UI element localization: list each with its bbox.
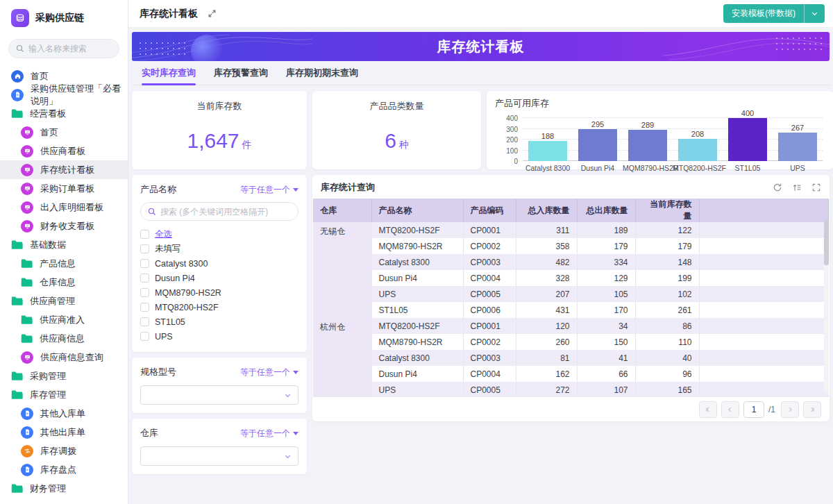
first-page-button[interactable] [699,401,717,418]
filter-panel: 产品名称 等于任意一个 全选未填写Catalyst 8300Dusun Pi4M… [132,175,307,474]
sidebar-item-label: 首页 [40,126,58,139]
filter-option[interactable]: Dusun Pi4 [140,271,298,285]
checkbox[interactable] [140,259,149,268]
sidebar-item[interactable]: 采购管理 [0,367,128,385]
sidebar-item[interactable]: 供应商信息 [0,329,128,348]
y-axis-tick: 0 [514,158,518,165]
sidebar-item[interactable]: 出入库明细看板 [0,198,128,217]
sidebar-item[interactable]: 采购供应链管理「必看说明」 [0,85,128,104]
checkbox[interactable] [140,230,149,239]
table-cell: CP0005 [463,286,516,302]
sidebar-search-input[interactable] [28,44,119,53]
table-scroll-area[interactable]: 仓库产品名称产品编码总入库数量总出库数量当前库存数量无锡仓MTQ8200-HS2… [313,199,829,396]
filter-operator-dropdown[interactable]: 等于任意一个 [240,428,298,439]
table-cell: MTQ8200-HS2F [371,222,463,238]
bar[interactable] [578,129,617,161]
filter-option[interactable]: 未填写 [140,242,298,256]
last-page-button[interactable] [803,401,821,418]
filter-operator-dropdown[interactable]: 等于任意一个 [240,184,298,196]
table-row[interactable]: Catalyst 8300CP0003814140 [313,350,829,366]
sidebar-item[interactable]: 库存统计看板 [0,160,128,179]
sidebar-item[interactable]: 库存管理 [0,385,128,404]
table-row[interactable]: UPSCP0005272107165 [313,382,829,396]
page-total: /1 [768,405,775,414]
spec-model-select[interactable] [140,385,298,405]
table-cell-empty [699,254,829,270]
install-template-button[interactable]: 安装模板(带数据) [723,4,825,23]
app-logo: 采购供应链 [0,0,128,35]
checkbox[interactable] [140,317,149,326]
table-cell: 122 [635,222,699,238]
filter-search[interactable] [140,202,298,221]
sidebar-item[interactable]: 其他出库单 [0,423,128,442]
filter-option[interactable]: ST1L05 [140,314,298,329]
sidebar-item[interactable]: 产品信息 [0,254,128,273]
table-row[interactable]: MQM8790-HS2RCP0002260150110 [313,334,829,350]
sidebar-item[interactable]: 采购订单看板 [0,179,128,198]
sidebar-item[interactable]: 供应商准入 [0,310,128,329]
chevron-down-icon[interactable] [805,10,825,17]
folder-icon [11,389,23,401]
filter-option[interactable]: UPS [140,329,298,344]
warehouse-select[interactable] [140,446,298,466]
table-row[interactable]: Dusun Pi4CP0004328129199 [313,270,829,286]
table-row[interactable]: 无锡仓MTQ8200-HS2FCP0001311189122 [313,222,829,238]
filter-option[interactable]: MTQ8200-HS2F [140,300,298,314]
table-row[interactable]: MQM8790-HS2RCP0002358179179 [313,238,829,254]
filter-option[interactable]: Catalyst 8300 [140,256,298,271]
dashboard-icon [21,126,33,139]
table-row[interactable]: ST1L05CP0006431170261 [313,302,829,318]
table-row[interactable]: 杭州仓MTQ8200-HS2FCP00011203486 [313,318,829,334]
sidebar-search[interactable] [8,39,119,58]
sidebar-item[interactable]: 供应商看板 [0,142,128,160]
sidebar-item[interactable]: 基础数据 [0,235,128,254]
table-scrollbar-thumb[interactable] [824,219,829,265]
filter-option-label: ST1L05 [155,317,185,327]
filter-option[interactable]: 全选 [140,227,298,242]
table-row[interactable]: UPSCP0005207105102 [313,286,829,302]
table-cell: 162 [516,366,577,382]
tab-item[interactable]: 库存期初期末查询 [286,61,358,85]
column-settings-icon[interactable] [792,183,802,192]
table-row[interactable]: Dusun Pi4CP00041626696 [313,366,829,382]
bar[interactable] [778,133,817,161]
sidebar-item[interactable]: 供应商管理 [0,292,128,310]
table-scrollbar[interactable] [824,219,829,393]
bar[interactable] [678,139,717,161]
table-cell: CP0001 [463,222,516,238]
checkbox[interactable] [140,288,149,297]
next-page-button[interactable] [781,401,799,418]
sidebar-item[interactable]: 仓库信息 [0,273,128,292]
sidebar-item[interactable]: 财务管理 [0,479,128,498]
page-number-input[interactable] [743,401,764,418]
sidebar-item[interactable]: 供应商信息查询 [0,348,128,367]
filter-option-label: MTQ8200-HS2F [155,303,219,312]
sidebar-item[interactable]: 库存调拨 [0,442,128,460]
checkbox[interactable] [140,274,149,283]
tab-item[interactable]: 实时库存查询 [142,61,196,85]
checkbox[interactable] [140,244,149,253]
filter-search-input[interactable] [160,207,278,217]
filter-operator-dropdown[interactable]: 等于任意一个 [240,367,298,378]
stat-cards-row: 当前库存数 1,647件 产品品类数量 6种 产品可用库存 0100200300… [132,91,830,169]
sidebar-item-label: 其他出库单 [40,426,85,439]
bar[interactable] [728,118,767,161]
x-axis-label: Catalyst 8300 [523,164,573,172]
bar[interactable] [528,141,567,161]
expand-icon[interactable] [208,9,217,18]
sidebar-item[interactable]: 其他入库单 [0,404,128,423]
sidebar-item[interactable]: 库存盘点 [0,460,128,479]
sidebar-item[interactable]: 首页 [0,123,128,142]
tab-item[interactable]: 库存预警查询 [214,61,268,85]
bar[interactable] [628,130,667,161]
sidebar-item[interactable]: 财务收支看板 [0,217,128,235]
filter-option[interactable]: MQM8790-HS2R [140,285,298,300]
prev-page-button[interactable] [721,401,739,418]
table-row[interactable]: Catalyst 8300CP0003482334148 [313,254,829,270]
checkbox[interactable] [140,303,149,312]
refresh-icon[interactable] [773,183,782,192]
fullscreen-icon[interactable] [811,183,821,192]
sidebar-item-label: 库存盘点 [40,464,76,476]
checkbox[interactable] [140,332,149,341]
stat-label: 产品品类数量 [312,100,481,112]
